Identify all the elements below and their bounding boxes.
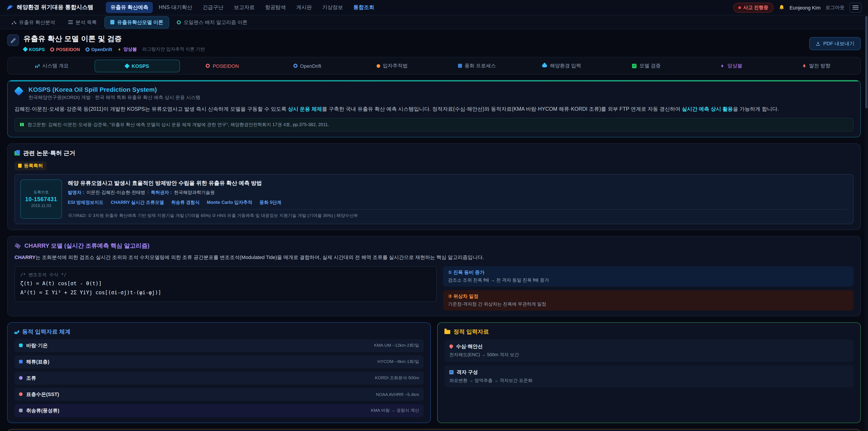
pill-system-overview[interactable]: 시스템 개요 [9, 59, 94, 72]
registered-patent-badge: 등록특허 [14, 161, 46, 171]
incident-label: 사고 진행중 [743, 4, 768, 11]
patent-registration-box: 등록번호 10-1567431 2015.11.03 [20, 180, 62, 219]
oilfence-icon [177, 20, 181, 24]
kosps-description: 김혜진·이문진·오세웅·강준묵 등(2011)이 개발한 KOSPS는 유류오염… [14, 105, 854, 114]
primary-nav: 유출유 확산예측 HNS·대기확산 긴급구난 보고자료 항공탐색 게시판 기상정… [106, 2, 730, 13]
tab-label: 오일펜스 배치 알고리즘 이론 [184, 19, 247, 26]
notification-bell-icon[interactable] [778, 4, 784, 11]
dynamic-input-row-wind[interactable]: 바람·기온 KMA UM·~12km·2회/일 [14, 339, 424, 352]
row-value: HYCOM·~9km·1회/일 [377, 359, 419, 365]
wing-logo-icon [6, 4, 13, 11]
app-logo[interactable]: 해양환경 위기대응 통합시스템 [6, 4, 93, 11]
wind-driven-current-icon [19, 409, 23, 412]
dynamic-inputs-card: 동적 입력자료 체계 바람·기온 KMA UM·~12km·2회/일 해류(표층… [7, 322, 431, 423]
page-scrollbar[interactable] [865, 0, 868, 431]
dynamic-input-row-wdc[interactable]: 취송류(풍성류) KMA 바람 → 경험식 계산 [14, 404, 424, 417]
particle-dot-icon [376, 64, 380, 68]
pill-kosps[interactable]: KOSPS [94, 59, 180, 72]
charry-columns: /* 변조조석 수식 */ ζ(t) = A(t) cos[σt - θ(t)]… [14, 266, 854, 310]
pill-future-direction[interactable]: 발전 방향 [774, 59, 859, 72]
tab-label: 유출유확산모델 이론 [117, 19, 163, 26]
topbar-right-area: 사고 진행중 Eunjeong Kim 로그아웃 [733, 2, 862, 12]
tab-model-theory[interactable]: 유출유확산모델 이론 [104, 16, 169, 28]
nav-item-weather[interactable]: 기상정보 [318, 2, 348, 13]
scrollbar-thumb[interactable] [865, 16, 868, 109]
atom-icon [14, 243, 21, 249]
item-value: 전자해도(ENC) → 500m 격자 보간 [450, 351, 848, 358]
inventors-value: 이문진·김혜진·이승현·전태병 [86, 189, 145, 196]
nav-item-board[interactable]: 게시판 [292, 2, 316, 13]
note-body: 검조소 조위 진폭 f배 → 전 격자 동일 진폭 f배 증가 [448, 277, 848, 283]
pill-ocean-env-input[interactable]: 해양환경 입력 [519, 59, 604, 72]
row-label: 해류(표층) [26, 358, 50, 365]
nav-item-aerial-search[interactable]: 항공탐색 [260, 2, 290, 13]
patent-section-title: 관련 논문·특허 근거 [23, 149, 75, 157]
check-square-icon: ✓ [632, 63, 637, 68]
assignee-value: 한국해양과학기술원 [174, 189, 215, 196]
item-label: 수심·해안선 [456, 343, 483, 350]
meta-divider: | [147, 189, 149, 196]
tab-spill-analysis[interactable]: 유출유 확산분석 [6, 17, 61, 28]
kosps-title: KOSPS (Korea Oil Spill Prediction System… [29, 86, 200, 93]
tab-label: 유출유 확산분석 [19, 19, 55, 26]
patent-tag[interactable]: 취송류 경험식 [171, 199, 199, 206]
cloud-icon [542, 64, 547, 67]
input-data-columns: 동적 입력자료 체계 바람·기온 KMA UM·~12km·2회/일 해류(표층… [7, 322, 861, 423]
patent-tag[interactable]: CHARRY 실시간 조류모델 [111, 199, 164, 206]
book-icon [20, 122, 24, 127]
patent-tags: ESI 방제정보지도 CHARRY 실시간 조류모델 취송류 경험식 Monte… [68, 199, 848, 206]
registration-number: 10-1567431 [25, 196, 57, 203]
model-theory-icon [110, 20, 114, 24]
static-inputs-card: 정적 입력자료 수심·해안선 전자해도(ENC) → 500m 격자 보간 격자… [437, 322, 861, 423]
patent-tag[interactable]: ESI 방제정보지도 [68, 199, 103, 206]
main-content: KOSPS (Korea Oil Spill Prediction System… [0, 80, 868, 431]
dynamic-input-row-sst[interactable]: 표층수온(SST) NOAA AVHRR·~5.4km [14, 388, 424, 401]
tab-oilfence-algorithm[interactable]: 오일펜스 배치 알고리즘 이론 [171, 17, 253, 28]
menu-hamburger-icon[interactable] [849, 2, 862, 12]
charry-title-row: CHARRY 모델 (실시간 조류예측 핵심 알고리즘) [14, 242, 854, 250]
static-input-item-grid[interactable]: 격자 구성 좌표변환 → 영역추출 → 격자보간 표준화 [444, 365, 854, 387]
tab-analysis-list[interactable]: 분석 목록 [63, 17, 102, 28]
nav-item-hns-dispersion[interactable]: HNS·대기확산 [154, 2, 197, 13]
blue-ring-icon [86, 47, 90, 51]
diamond-icon [125, 63, 130, 68]
nav-item-emergency-rescue[interactable]: 긴급구난 [198, 2, 228, 13]
pdf-export-button[interactable]: PDF 내보내기 [809, 37, 861, 50]
pill-ensemble[interactable]: 앙상블 [689, 59, 774, 72]
tab-label: 분석 목록 [75, 19, 97, 26]
charry-title: CHARRY 모델 (실시간 조류예측 핵심 알고리즘) [24, 242, 149, 250]
patent-evidence-card: 관련 논문·특허 근거 등록특허 등록번호 10-1567431 2015.11… [7, 143, 861, 230]
pill-particle-tracking[interactable]: 입자추적법 [350, 59, 434, 72]
registration-date: 2015.11.03 [31, 204, 51, 208]
pill-model-validation[interactable]: ✓모델 검증 [604, 59, 689, 72]
bolt-icon [118, 47, 122, 51]
pill-poseidon[interactable]: POSEIDON [180, 60, 265, 72]
pill-opendrift[interactable]: OpenDrift [265, 60, 350, 72]
patent-item[interactable]: 등록번호 10-1567431 2015.11.03 해양 유류오염사고 발생시… [14, 174, 854, 224]
pill-weathering-process[interactable]: 풍화 프로세스 [434, 59, 519, 72]
incident-status-badge[interactable]: 사고 진행중 [733, 2, 773, 12]
nav-item-reports[interactable]: 보고자료 [229, 2, 259, 13]
nav-item-spill-prediction[interactable]: 유출유 확산예측 [106, 2, 153, 13]
static-inputs-title-row: 정적 입력자료 [444, 328, 854, 336]
kosps-subtitle: 한국해양연구원(KORDI) 개발 · 한국 해역 특화 유출유 확산 예측 상… [29, 94, 200, 101]
modulated-tide-code-block: /* 변조조석 수식 */ ζ(t) = A(t) cos[σt - θ(t)]… [14, 266, 437, 302]
logout-button[interactable]: 로그아웃 [826, 4, 844, 11]
page-header: 유출유 확산 모델 이론 및 검증 KOSPS POSEIDON OpenDri… [0, 29, 868, 56]
nav-item-integrated-search[interactable]: 통합조회 [349, 2, 379, 13]
item-value: 좌표변환 → 영역추출 → 격자보간 표준화 [450, 377, 848, 383]
pdf-export-label: PDF 내보내기 [823, 40, 855, 47]
note-title: ② 위상차 일정 [448, 293, 848, 300]
red-ring-icon [206, 64, 210, 68]
patent-tag[interactable]: 풍화 5단계 [259, 199, 281, 206]
dynamic-input-row-tide[interactable]: 조류 KORDI 조화분석·500m [14, 371, 424, 384]
item-label: 격자 구성 [457, 369, 478, 375]
patent-tag[interactable]: Monte Carlo 입자추적 [207, 199, 252, 206]
app-root: 해양환경 위기대응 통합시스템 유출유 확산예측 HNS·대기확산 긴급구난 보… [0, 0, 868, 431]
page-icon-box [7, 34, 19, 46]
static-input-item-bathymetry[interactable]: 수심·해안선 전자해도(ENC) → 500m 격자 보간 [444, 339, 854, 361]
assignee-label: 특허권자 : [151, 189, 172, 196]
dynamic-input-row-current[interactable]: 해류(표층) HYCOM·~9km·1회/일 [14, 355, 424, 368]
formula-line: ζ(t) = A(t) cos[σt - θ(t)] [20, 279, 431, 288]
pen-ruler-icon [10, 37, 16, 43]
